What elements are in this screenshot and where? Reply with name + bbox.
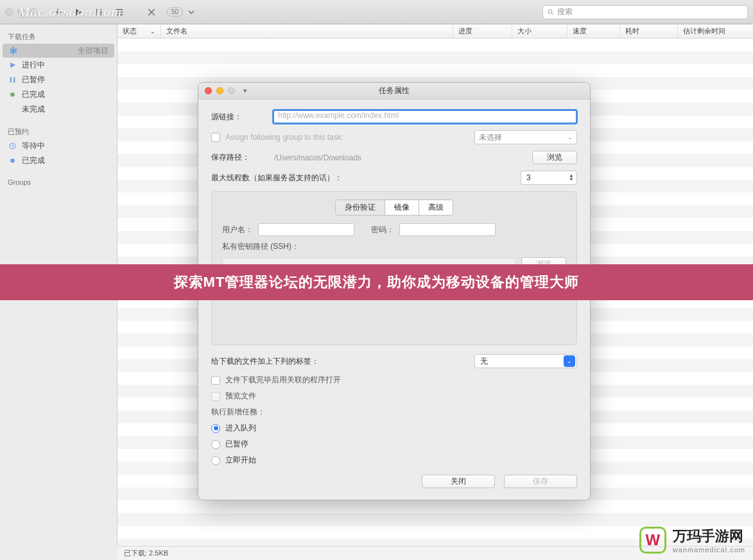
dialog-close[interactable] bbox=[205, 87, 212, 94]
asterisk-icon: ✱ bbox=[8, 46, 17, 55]
savepath-label: 保存路径： bbox=[211, 152, 273, 163]
sidebar-item-running[interactable]: 进行中 bbox=[0, 58, 117, 72]
svg-point-1 bbox=[10, 92, 15, 97]
chevron-down-icon: ⌄ bbox=[564, 355, 575, 367]
password-label: 密码： bbox=[371, 225, 394, 235]
col-filename[interactable]: 文件名 bbox=[161, 24, 453, 38]
sidebar-item-label: 全部项目 bbox=[78, 46, 108, 56]
moon-icon bbox=[8, 105, 17, 114]
sidebar-item-label: 未完成 bbox=[22, 104, 45, 115]
tab-advanced[interactable]: 高级 bbox=[419, 200, 453, 215]
browse-savepath-button[interactable]: 浏览 bbox=[532, 151, 577, 164]
site-logo: W 万玛手游网 wanmamedical.com bbox=[639, 527, 745, 554]
col-speed[interactable]: 速度 bbox=[567, 24, 620, 38]
sidebar-item-paused[interactable]: 已暂停 bbox=[0, 72, 117, 87]
sidebar-item-label: 进行中 bbox=[22, 60, 45, 71]
sidebar-item-label: 已暂停 bbox=[22, 74, 45, 85]
sidebar-item-label: 已完成 bbox=[22, 155, 45, 166]
col-progress[interactable]: 进度 bbox=[453, 24, 512, 38]
dialog-zoom[interactable] bbox=[228, 87, 235, 94]
chevron-down-icon: ⌄ bbox=[150, 28, 155, 35]
window-traffic-lights bbox=[5, 8, 37, 16]
assign-group-checkbox[interactable] bbox=[211, 133, 220, 142]
preview-checkbox bbox=[211, 392, 220, 401]
savepath-value: /Users/macos/Downloads bbox=[273, 153, 532, 162]
col-status[interactable]: 状态⌄ bbox=[117, 24, 161, 38]
radio-queue-label: 进入队列 bbox=[225, 423, 256, 434]
openwith-label: 文件下载完毕后用关联的程序打开 bbox=[225, 375, 341, 386]
assign-group-label: Assign following group to this task: bbox=[225, 133, 474, 142]
radio-start-label: 立即开始 bbox=[225, 455, 256, 466]
sidebar-header-groups: Groups bbox=[0, 174, 117, 188]
tab-auth[interactable]: 身份验证 bbox=[336, 200, 385, 215]
tabs-segmented: 身份验证 镜像 高级 bbox=[335, 199, 453, 216]
column-headers: 状态⌄ 文件名 进度 大小 速度 耗时 估计剩余时间 bbox=[117, 24, 753, 38]
sidebar-header-scheduled: 已预约 bbox=[0, 123, 117, 139]
openwith-checkbox[interactable] bbox=[211, 376, 220, 385]
source-url-input[interactable]: http://www.example.com/index.html bbox=[273, 110, 577, 124]
clock-icon bbox=[8, 142, 17, 151]
sidebar-item-label: 已完成 bbox=[22, 89, 45, 100]
sidebar-header-downloads: 下载任务 bbox=[0, 28, 117, 44]
traffic-close[interactable] bbox=[5, 8, 13, 16]
pause-icon bbox=[8, 76, 17, 85]
password-input[interactable] bbox=[399, 223, 496, 236]
chevron-down-icon[interactable] bbox=[186, 4, 197, 20]
radio-paused[interactable] bbox=[211, 440, 220, 449]
dialog-titlebar: ▾ 任务属性 bbox=[198, 83, 590, 99]
dot-icon bbox=[8, 157, 17, 165]
play-icon bbox=[8, 61, 17, 70]
assign-group-select[interactable]: 未选择⌄ bbox=[474, 130, 577, 144]
source-label: 源链接： bbox=[211, 112, 273, 123]
traffic-zoom[interactable] bbox=[30, 8, 37, 16]
username-input[interactable] bbox=[258, 223, 354, 236]
newtask-label: 執行新增任務： bbox=[211, 407, 265, 418]
add-button[interactable] bbox=[49, 4, 67, 20]
sidebar-item-all[interactable]: ✱ 全部项目 bbox=[3, 44, 114, 58]
threads-label: 最大线程数（如果服务器支持的话）： bbox=[211, 173, 521, 183]
logo-title: 万玛手游网 bbox=[673, 527, 745, 546]
dialog-title: 任务属性 bbox=[379, 85, 410, 96]
sidebar-item-done[interactable]: 已完成 bbox=[0, 87, 117, 102]
username-label: 用户名： bbox=[222, 225, 253, 235]
sidebar-item-waiting[interactable]: 等待中 bbox=[0, 139, 117, 153]
svg-point-3 bbox=[10, 158, 15, 163]
dot-icon bbox=[8, 90, 17, 99]
chevron-down-icon[interactable]: ▾ bbox=[243, 87, 247, 95]
limit-badge[interactable]: 50 bbox=[167, 7, 183, 17]
close-button[interactable]: 关闭 bbox=[422, 475, 495, 488]
col-elapsed[interactable]: 耗时 bbox=[620, 24, 678, 38]
col-eta[interactable]: 估计剩余时间 bbox=[678, 24, 753, 38]
svg-point-0 bbox=[548, 10, 552, 13]
tags-label: 给下载的文件加上下列的标签： bbox=[211, 356, 474, 367]
list-button[interactable] bbox=[110, 4, 128, 20]
play-button[interactable] bbox=[69, 4, 87, 20]
radio-paused-label: 已暂停 bbox=[225, 439, 248, 450]
search-input[interactable]: 搜索 bbox=[542, 5, 748, 19]
tags-select[interactable]: 无 ⌄ bbox=[474, 354, 577, 368]
search-placeholder: 搜索 bbox=[557, 6, 573, 17]
radio-start[interactable] bbox=[211, 456, 220, 465]
toolbar: 50 搜索 bbox=[0, 0, 753, 24]
sidebar-item-incomplete[interactable]: 未完成 bbox=[0, 102, 117, 117]
sidebar-item-sched-done[interactable]: 已完成 bbox=[0, 153, 117, 168]
save-button[interactable]: 保存 bbox=[504, 475, 577, 488]
logo-subtitle: wanmamedical.com bbox=[673, 546, 745, 554]
tab-mirror[interactable]: 镜像 bbox=[385, 200, 419, 215]
pause-button[interactable] bbox=[90, 4, 108, 20]
col-size[interactable]: 大小 bbox=[512, 24, 567, 38]
radio-queue[interactable] bbox=[211, 424, 220, 433]
promo-banner: 探索MT管理器论坛的无限潜力，助你成为移动设备的管理大师 bbox=[0, 264, 753, 300]
logo-icon: W bbox=[639, 527, 666, 554]
traffic-minimize[interactable] bbox=[17, 8, 25, 16]
close-task-button[interactable] bbox=[143, 4, 160, 20]
ssh-label: 私有密钥路径 (SSH)： bbox=[222, 241, 299, 252]
dialog-minimize[interactable] bbox=[216, 87, 223, 94]
preview-label: 预览文件 bbox=[225, 391, 256, 402]
sidebar-item-label: 等待中 bbox=[22, 140, 45, 151]
threads-spinner[interactable]: 3 ▲▼ bbox=[521, 171, 577, 185]
